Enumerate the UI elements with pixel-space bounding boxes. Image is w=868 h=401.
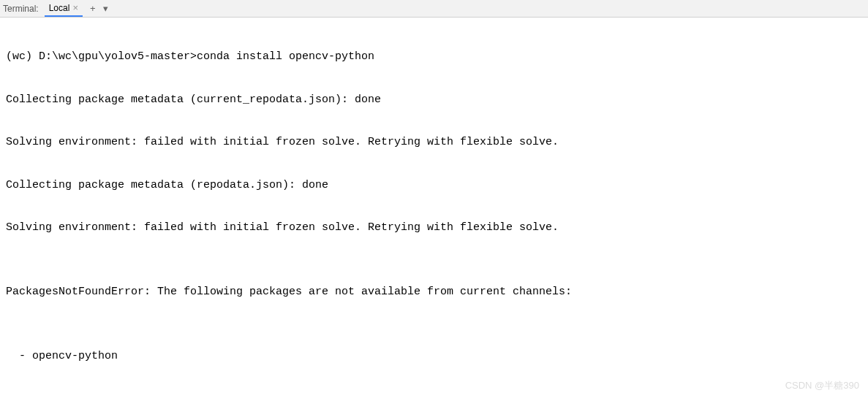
- watermark: CSDN @半糖390: [785, 379, 859, 392]
- terminal-dropdown-icon[interactable]: ▾: [103, 3, 108, 14]
- env-name: (wc): [6, 50, 39, 63]
- prompt-line: (wc) D:\wc\gpu\yolov5-master>conda insta…: [6, 46, 862, 67]
- output-line: Solving environment: failed with initial…: [6, 131, 862, 153]
- working-dir: D:\wc\gpu\yolov5-master>: [39, 50, 197, 63]
- command-text: conda install opencv-python: [197, 50, 374, 63]
- output-line: Collecting package metadata (current_rep…: [6, 89, 862, 110]
- terminal-output[interactable]: (wc) D:\wc\gpu\yolov5-master>conda insta…: [0, 18, 868, 401]
- output-line: Solving environment: failed with initial…: [6, 217, 862, 238]
- add-terminal-button[interactable]: +: [90, 3, 96, 14]
- toolbar-label: Terminal:: [3, 4, 39, 14]
- output-line: Collecting package metadata (repodata.js…: [6, 175, 862, 196]
- missing-package-line: - opencv-python: [6, 345, 862, 367]
- error-line: PackagesNotFoundError: The following pac…: [6, 281, 862, 302]
- terminal-tab-local[interactable]: Local ×: [45, 0, 83, 17]
- tab-label: Local: [49, 3, 70, 13]
- close-icon[interactable]: ×: [72, 3, 78, 12]
- terminal-toolbar: Terminal: Local × + ▾: [0, 0, 868, 18]
